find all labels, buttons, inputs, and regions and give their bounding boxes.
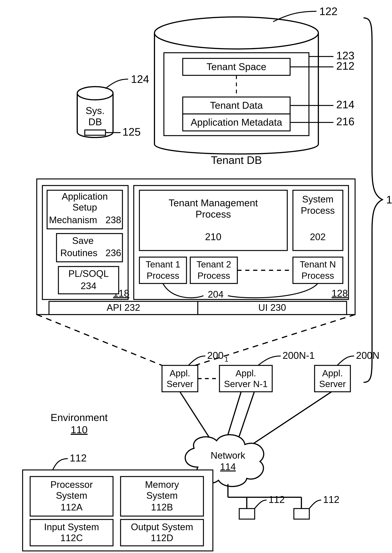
network-client-lines: 112 112 [228,484,339,519]
input-ref: 112C [60,533,83,543]
input-l1: Input System [44,522,99,532]
tmp-l1: Tenant Management [168,197,258,208]
sysdb-l2: DB [88,116,102,127]
asm-l2: Setup [72,202,97,213]
tenant-db-label: Tenant DB [211,154,262,166]
ref-200-n1: 200N-1 [283,350,315,361]
proc-ref: 112A [61,502,83,512]
ref-234: 234 [81,281,96,291]
tn-l2: Process [301,271,334,281]
large-process-box: 118 Application Setup Mechanism 238 Save… [37,179,355,315]
user-system-box: 112 Processor System 112A Memory System … [23,452,213,551]
app-metadata-label: Application Metadata [191,117,282,128]
ref-216: 216 [336,115,355,127]
api-label: API 232 [107,302,140,313]
asm-l1: Application [62,191,108,202]
t2-l1: Tenant 2 [196,259,231,269]
plsoql-label: PL/SOQL [68,268,109,279]
appln1-l1: Appl. [235,368,256,378]
asm-l3: Mechanism [49,215,97,225]
ref-200-n: 200N [356,350,379,361]
tenant-space-label: Tenant Space [206,61,266,72]
svg-line-29 [251,392,331,445]
appln1-l2: Server N-1 [224,379,268,389]
save-l1: Save [72,235,94,246]
appl1-l2: Server [167,379,193,389]
sysdb-cylinder: Sys. DB 124 125 [77,73,149,138]
t1-l2: Process [147,271,179,281]
ref-110: 110 [71,424,88,435]
mem-l2: System [146,490,178,501]
ref-238: 238 [105,215,121,225]
ref-112-r2: 112 [323,494,339,505]
ref-128: 128 [331,288,348,299]
ref-204: 204 [208,289,224,300]
ref-202: 202 [310,232,326,242]
environment-label: Environment 110 [50,412,108,435]
ref-200-1-sub: 1 [224,355,228,363]
output-l1: Output System [131,522,193,532]
appln-l1: Appl. [322,368,343,378]
ref-112-r1: 112 [268,494,285,505]
save-l2: Routines [60,248,97,258]
sysproc-l2: Process [301,205,335,216]
ref-125: 125 [122,126,141,138]
tn-l1: Tenant N [300,259,336,269]
sysdb-l1: Sys. [85,105,105,116]
proc-l1: Processor [50,479,93,490]
svg-line-28 [237,392,254,442]
svg-point-0 [154,17,318,49]
ref-214: 214 [336,98,355,111]
ref-124: 124 [131,73,149,85]
t1-l1: Tenant 1 [146,259,180,269]
ui-label: UI 230 [258,302,286,313]
ref-122: 122 [319,5,337,17]
appl1-l1: Appl. [169,368,190,378]
brace-116: 116 [364,18,392,382]
tmp-l2: Process [196,209,231,220]
output-ref: 112D [151,533,173,543]
dashed-line [37,315,162,365]
mem-l1: Memory [145,479,179,490]
svg-rect-7 [85,130,105,135]
svg-point-6 [77,87,113,100]
ref-116: 116 [386,193,392,206]
appln-l2: Server [319,379,346,389]
svg-line-27 [226,392,241,441]
ref-212: 212 [336,60,355,72]
ref-112: 112 [70,452,87,463]
svg-rect-35 [239,509,255,519]
env-text: Environment [50,412,108,423]
ref-210: 210 [205,231,222,242]
appl-servers: Appl. Server 200 1 Appl. Server N-1 200N… [162,350,379,392]
svg-rect-36 [294,509,309,519]
tenant-data-label: Tenant Data [210,100,263,111]
ref-236: 236 [105,248,121,258]
proc-l2: System [56,490,87,501]
mem-ref: 112B [151,502,173,512]
tenant-db-cylinder: Tenant DB 122 123 Tenant Space 212 Tenan… [154,5,355,166]
network-text: Network [210,450,245,461]
ref-114: 114 [220,462,236,472]
ref-200-1: 200 [207,350,224,361]
sysproc-l1: System [302,194,334,204]
t2-l2: Process [197,271,230,281]
